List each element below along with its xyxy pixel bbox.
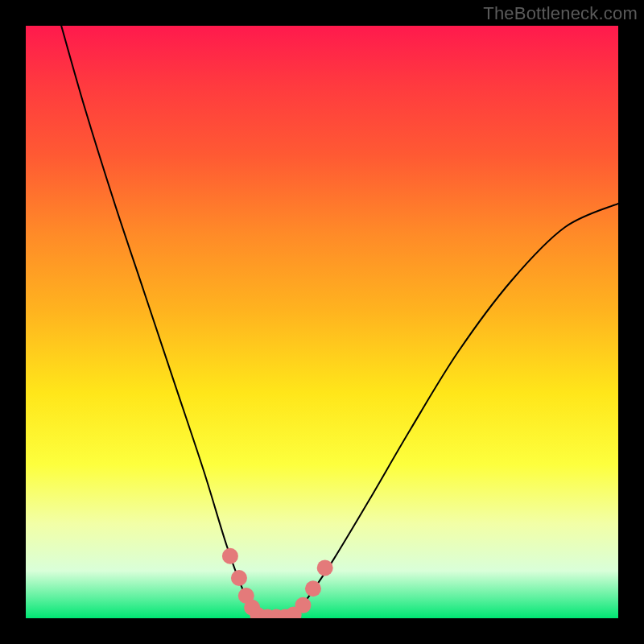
curve-right-branch	[292, 204, 618, 618]
watermark-text: TheBottleneck.com	[483, 3, 638, 24]
chart-svg	[26, 26, 618, 618]
plot-area	[26, 26, 618, 618]
marker-point	[231, 570, 247, 586]
marker-point	[295, 597, 311, 613]
curve-left-branch	[61, 26, 260, 618]
marker-point	[222, 548, 238, 564]
marker-point	[305, 580, 321, 597]
line-layer	[61, 26, 618, 618]
marker-point	[317, 559, 333, 576]
chart-frame: TheBottleneck.com	[0, 0, 644, 644]
marker-layer	[222, 548, 333, 618]
